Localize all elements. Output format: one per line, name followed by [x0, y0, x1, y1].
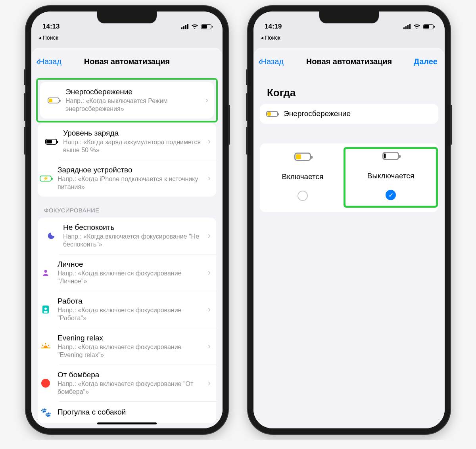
selected-trigger-row: Энергосбережение — [260, 104, 438, 124]
chevron-right-icon: › — [205, 267, 211, 278]
choice-label: Включается — [282, 172, 324, 181]
focus-row-work[interactable]: Работа Напр.: «Когда включается фокусиро… — [59, 291, 216, 328]
row-title: Личное — [58, 260, 205, 269]
battery-off-icon — [382, 152, 399, 160]
row-title: Прогулка с собакой — [58, 408, 211, 417]
back-button[interactable]: ‹ Назад — [36, 55, 61, 68]
row-subtitle: Напр.: «Когда включается фокусирование "… — [58, 343, 205, 359]
sunset-icon — [38, 343, 54, 350]
red-circle-icon — [38, 379, 54, 388]
paw-icon: 🐾 — [38, 407, 54, 418]
row-title: Evening relax — [58, 334, 205, 342]
charger-icon: ⚡ — [38, 176, 54, 182]
chevron-right-icon: › — [205, 136, 211, 147]
focus-row-bomber[interactable]: От бомбера Напр.: «Когда включается фоку… — [59, 365, 216, 401]
focus-row-personal[interactable]: Личное Напр.: «Когда включается фокусиро… — [59, 254, 216, 291]
svg-point-2 — [44, 308, 47, 310]
battery-on-icon — [294, 153, 311, 161]
section-header-focus: ФОКУСИРОВАНИЕ — [38, 197, 216, 218]
phone-right: 14:19 ◂ Поиск ‹ Назад Новая автоматизаци… — [248, 6, 450, 434]
row-title: Зарядное устройство — [58, 166, 205, 174]
page-title: Новая автоматизация — [84, 57, 170, 66]
highlight-box: Энергосбережение Напр.: «Когда выключает… — [38, 80, 216, 121]
chevron-right-icon: › — [205, 341, 211, 352]
svg-point-0 — [44, 270, 47, 273]
choice-off[interactable]: Выключается ✓ — [345, 149, 436, 206]
chevron-right-icon: › — [205, 378, 211, 388]
breadcrumb[interactable]: ◂ Поиск — [253, 34, 445, 43]
status-icons — [181, 24, 211, 29]
battery-low-power-icon — [46, 97, 61, 103]
status-time: 14:13 — [42, 23, 60, 31]
row-subtitle: Напр.: «Когда включается фокусирование "… — [58, 380, 205, 396]
trigger-row-low-power[interactable]: Энергосбережение Напр.: «Когда выключает… — [40, 82, 214, 118]
nav-bar: ‹ Назад Новая автоматизация Далее — [253, 50, 445, 73]
row-title: Энергосбережение — [65, 88, 203, 96]
choice-card: Включается Выключается ✓ — [260, 143, 438, 212]
radio-unchecked[interactable] — [298, 191, 308, 201]
svg-rect-3 — [44, 311, 48, 313]
focus-row-dnd[interactable]: Не беспокоить Напр.: «Когда включается ф… — [38, 218, 216, 254]
back-button[interactable]: ‹ Назад — [258, 55, 284, 68]
choice-label: Выключается — [367, 172, 414, 180]
row-title: Уровень заряда — [63, 129, 205, 138]
chevron-right-icon: › — [205, 231, 211, 241]
phone-left: 14:13 ◂ Поиск ‹ Назад Новая автоматизаци… — [26, 6, 228, 434]
chevron-right-icon: › — [205, 173, 211, 183]
page-title: Новая автоматизация — [306, 57, 392, 66]
breadcrumb[interactable]: ◂ Поиск — [31, 34, 223, 43]
chevron-right-icon: › — [203, 95, 208, 105]
battery-low-power-icon — [266, 111, 278, 117]
radio-checked[interactable]: ✓ — [386, 190, 396, 200]
row-subtitle: Напр.: «Когда iPhone подключается к исто… — [58, 175, 205, 191]
row-subtitle: Напр.: «Когда заряд аккумулятора подниме… — [63, 138, 205, 154]
focus-row-dogwalk[interactable]: 🐾 Прогулка с собакой — [59, 401, 216, 423]
trigger-row-battery-level[interactable]: Уровень заряда Напр.: «Когда заряд аккум… — [38, 123, 216, 160]
row-title: Работа — [58, 297, 205, 306]
choice-on[interactable]: Включается — [260, 154, 345, 201]
status-icons — [403, 24, 434, 29]
person-icon — [38, 269, 54, 277]
svg-line-9 — [48, 345, 49, 346]
row-subtitle: Напр.: «Когда выключается Режим энергосб… — [65, 97, 203, 113]
row-subtitle: Напр.: «Когда включается фокусирование "… — [58, 269, 205, 285]
back-label: Назад — [39, 57, 61, 66]
focus-row-evening[interactable]: Evening relax Напр.: «Когда включается ф… — [59, 328, 216, 365]
row-title: От бомбера — [58, 371, 205, 379]
section-title-when: Когда — [260, 80, 438, 104]
status-time: 14:19 — [265, 23, 282, 31]
battery-level-icon — [43, 139, 59, 145]
back-label: Назад — [261, 57, 284, 66]
badge-icon — [38, 305, 54, 314]
next-button[interactable]: Далее — [414, 57, 438, 66]
nav-bar: ‹ Назад Новая автоматизация — [31, 50, 223, 73]
moon-icon — [43, 231, 59, 240]
trigger-label: Энергосбережение — [284, 109, 351, 118]
home-indicator[interactable] — [97, 422, 157, 424]
row-title: Не беспокоить — [63, 223, 205, 232]
svg-line-8 — [42, 345, 43, 346]
row-subtitle: Напр.: «Когда включается фокусирование "… — [63, 233, 205, 248]
trigger-row-charger[interactable]: ⚡ Зарядное устройство Напр.: «Когда iPho… — [59, 160, 216, 197]
chevron-right-icon: › — [205, 304, 211, 315]
row-subtitle: Напр.: «Когда включается фокусирование "… — [58, 306, 205, 322]
